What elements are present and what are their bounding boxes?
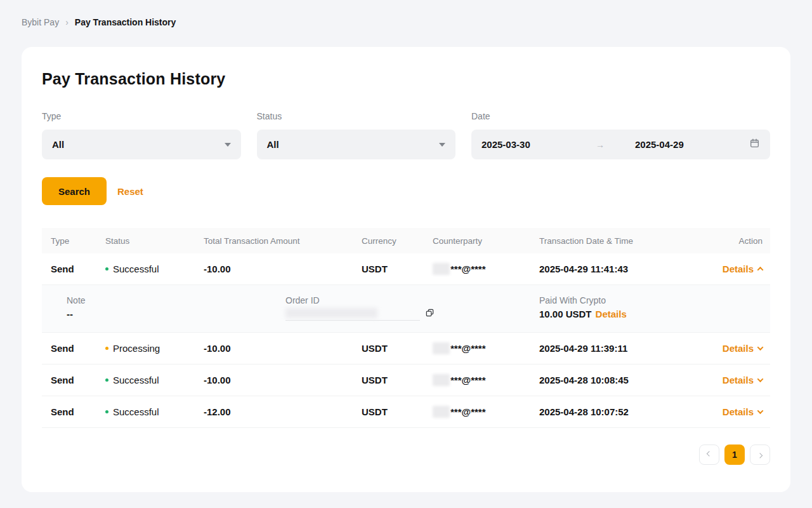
- date-range-picker[interactable]: 2025-03-30 → 2025-04-29: [471, 130, 770, 159]
- details-toggle[interactable]: Details: [723, 375, 763, 385]
- cell-type: Send: [51, 343, 105, 354]
- cell-type: Send: [51, 264, 105, 274]
- details-label: Details: [723, 375, 754, 385]
- col-header-type: Type: [51, 236, 105, 246]
- status-dot: [105, 267, 108, 271]
- cell-amount: -12.00: [204, 406, 362, 417]
- type-filter-group: Type All: [42, 111, 241, 159]
- counterparty-masked-text: ***@****: [450, 375, 486, 385]
- cell-status: Successful: [105, 375, 204, 385]
- transactions-table: Type Status Total Transaction Amount Cur…: [42, 228, 770, 428]
- table-row: Send Successful -12.00 USDT ***@**** 202…: [42, 396, 770, 428]
- col-header-amount: Total Transaction Amount: [204, 236, 362, 246]
- status-text: Successful: [113, 264, 159, 274]
- type-filter-label: Type: [42, 111, 241, 121]
- pay-transaction-history-card: Pay Transaction History Type All Status …: [22, 47, 790, 492]
- table-row: Send Successful -10.00 USDT ***@**** 202…: [42, 364, 770, 396]
- cell-type: Send: [51, 375, 105, 385]
- chevron-up-icon: [757, 267, 764, 273]
- date-start-value[interactable]: 2025-03-30: [481, 139, 596, 150]
- status-text: Processing: [113, 343, 160, 354]
- note-section: Note --: [67, 294, 285, 332]
- order-id-redacted-value: [285, 308, 420, 321]
- counterparty-masked-text: ***@****: [450, 406, 486, 417]
- order-id-section: Order ID: [285, 294, 539, 332]
- pagination-page-1-button[interactable]: 1: [724, 444, 745, 465]
- details-label: Details: [723, 343, 754, 354]
- pagination-prev-button[interactable]: [699, 444, 719, 465]
- cell-datetime: 2025-04-29 11:41:43: [539, 264, 723, 274]
- status-filter-group: Status All: [257, 111, 456, 159]
- cell-status: Successful: [105, 264, 204, 274]
- col-header-status: Status: [105, 236, 204, 246]
- chevron-down-icon: [757, 376, 764, 382]
- breadcrumb-current: Pay Transaction History: [75, 17, 176, 27]
- filter-actions-row: Search Reset: [42, 177, 770, 205]
- date-filter-group: Date 2025-03-30 → 2025-04-29: [471, 111, 770, 159]
- cell-status: Processing: [105, 343, 204, 354]
- type-filter-select[interactable]: All: [42, 130, 241, 159]
- cell-action: Details: [723, 406, 763, 417]
- col-header-action: Action: [738, 236, 763, 246]
- breadcrumb-parent-link[interactable]: Bybit Pay: [22, 17, 59, 27]
- pagination: 1: [42, 444, 770, 465]
- reset-button[interactable]: Reset: [117, 186, 143, 197]
- cell-currency: USDT: [362, 375, 433, 385]
- chevron-right-icon: [757, 453, 763, 458]
- cell-action: Details: [723, 375, 763, 385]
- filters-row: Type All Status All Date 2025-03-30 → 20…: [42, 111, 770, 159]
- status-dot: [105, 378, 108, 382]
- cell-datetime: 2025-04-28 10:08:45: [539, 375, 723, 385]
- type-filter-value: All: [52, 139, 64, 150]
- status-filter-select[interactable]: All: [257, 130, 456, 159]
- status-dot: [105, 347, 108, 350]
- status-text: Successful: [113, 375, 159, 385]
- details-label: Details: [723, 406, 754, 417]
- table-row: Send Successful -10.00 USDT ***@**** 202…: [42, 253, 770, 285]
- redacted-counterparty-prefix: [433, 342, 450, 354]
- cell-counterparty: ***@****: [433, 374, 539, 386]
- cell-action: Details: [723, 343, 763, 354]
- breadcrumb: Bybit Pay › Pay Transaction History: [0, 0, 812, 27]
- paid-with-crypto-line: 10.00 USDT Details: [539, 309, 763, 319]
- paid-amount: 10.00 USDT: [539, 309, 592, 319]
- table-header-row: Type Status Total Transaction Amount Cur…: [42, 228, 770, 253]
- cell-datetime: 2025-04-29 11:39:11: [539, 343, 723, 354]
- caret-down-icon: [225, 143, 231, 147]
- date-end-value[interactable]: 2025-04-29: [635, 139, 749, 150]
- redacted-counterparty-prefix: [433, 263, 450, 275]
- cell-currency: USDT: [362, 264, 433, 274]
- col-header-currency: Currency: [362, 236, 433, 246]
- copy-icon[interactable]: [425, 308, 435, 320]
- breadcrumb-separator-icon: ›: [65, 17, 69, 27]
- page-title: Pay Transaction History: [42, 70, 770, 88]
- details-toggle[interactable]: Details: [723, 264, 763, 274]
- pagination-next-button[interactable]: [750, 444, 770, 465]
- note-value: --: [67, 309, 285, 319]
- cell-counterparty: ***@****: [433, 263, 539, 275]
- note-label: Note: [67, 294, 285, 307]
- calendar-icon[interactable]: [749, 138, 760, 151]
- date-filter-label: Date: [471, 111, 770, 121]
- details-toggle[interactable]: Details: [723, 406, 763, 417]
- chevron-down-icon: [757, 344, 764, 351]
- caret-down-icon: [439, 143, 445, 147]
- details-toggle[interactable]: Details: [723, 343, 763, 354]
- cell-currency: USDT: [362, 343, 433, 354]
- paid-details-link[interactable]: Details: [596, 309, 627, 319]
- date-range-arrow-icon: →: [596, 140, 605, 150]
- cell-amount: -10.00: [204, 375, 362, 385]
- date-range-values: 2025-03-30 → 2025-04-29: [481, 139, 749, 150]
- status-text: Successful: [113, 406, 159, 417]
- expanded-detail-panel: Note -- Order ID: [42, 285, 770, 333]
- status-dot: [105, 410, 108, 413]
- redacted-counterparty-prefix: [433, 406, 450, 418]
- chevron-left-icon: [707, 451, 712, 456]
- search-button[interactable]: Search: [42, 177, 107, 205]
- cell-currency: USDT: [362, 406, 433, 417]
- cell-amount: -10.00: [204, 343, 362, 354]
- chevron-down-icon: [757, 408, 764, 414]
- details-label: Details: [723, 264, 754, 274]
- paid-with-crypto-section: Paid With Crypto 10.00 USDT Details: [539, 294, 763, 332]
- counterparty-masked-text: ***@****: [450, 343, 486, 354]
